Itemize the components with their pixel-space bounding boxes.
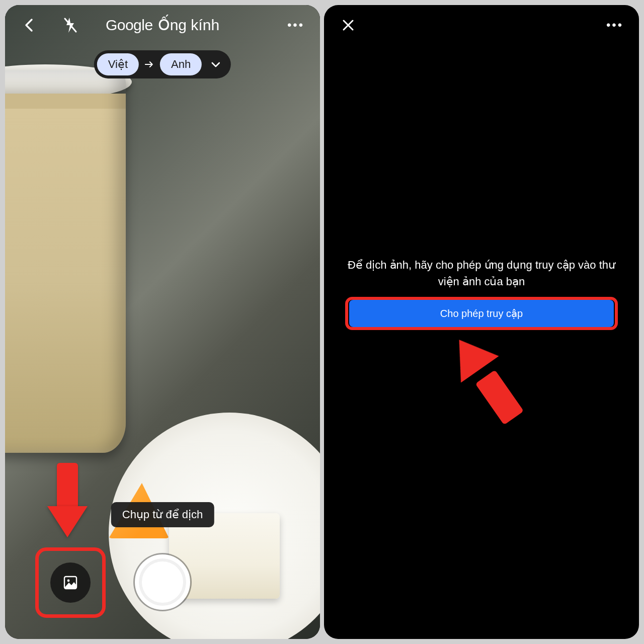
phone-right-permission: ••• Để dịch ảnh, hãy cho phép ứng dụng t… [324,5,639,639]
expand-languages-button[interactable] [206,61,228,68]
app-title: Google Ống kính [106,16,219,34]
top-bar-right: ••• [324,5,639,45]
arrow-right-icon [143,61,156,68]
brand-text: Google [106,17,153,34]
more-horizontal-icon: ••• [287,18,304,32]
more-options-button-right[interactable]: ••• [605,15,625,35]
more-options-button[interactable]: ••• [286,15,306,35]
more-horizontal-icon: ••• [606,18,623,32]
chevron-down-icon [211,61,221,68]
annotation-arrow-upleft [424,315,549,442]
flash-off-button[interactable] [60,15,80,35]
permission-message: Để dịch ảnh, hãy cho phép ứng dụng truy … [324,257,639,290]
source-language-chip[interactable]: Việt [97,53,139,75]
back-button[interactable] [19,15,39,35]
target-language-chip[interactable]: Anh [160,53,202,75]
gallery-button[interactable] [50,562,91,603]
phone-left-google-lens: Google Ống kính ••• Việt Anh [5,5,320,639]
chevron-left-icon [24,18,35,32]
capture-hint-tooltip: Chụp từ để dịch [111,502,214,527]
shutter-button[interactable] [135,554,190,610]
title-text: Ống kính [158,16,219,34]
allow-access-button[interactable]: Cho phép truy cập [349,300,614,327]
permission-message-text: Để dịch ảnh, hãy cho phép ứng dụng truy … [348,259,615,288]
image-icon [63,575,78,590]
photo-cup [5,70,126,453]
allow-access-label: Cho phép truy cập [440,307,523,319]
svg-point-2 [67,580,70,582]
source-language-label: Việt [108,58,128,71]
top-bar: Google Ống kính ••• [5,5,320,45]
screenshot-pair: Google Ống kính ••• Việt Anh [0,0,644,644]
close-button[interactable] [338,15,358,35]
language-selector[interactable]: Việt Anh [94,50,231,78]
tooltip-text: Chụp từ để dịch [122,508,203,521]
flash-off-icon [63,17,78,34]
target-language-label: Anh [171,58,191,71]
close-icon [342,19,355,32]
